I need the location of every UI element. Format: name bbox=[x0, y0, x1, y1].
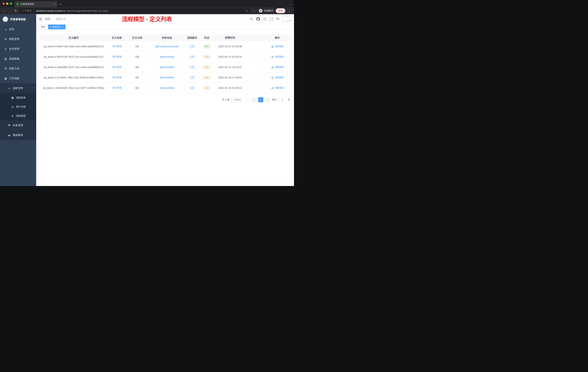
sidebar-item-process-manage[interactable]: ≡流程管理 bbox=[0, 83, 36, 93]
cell-status: 挂起 bbox=[199, 83, 215, 93]
column-header-definition-id: 定义编号 bbox=[40, 34, 108, 41]
sidebar-item-leave-query[interactable]: ☻请假查询 bbox=[0, 130, 36, 140]
assign-rule-link[interactable]: 分配规则 bbox=[271, 86, 284, 89]
definition-name-link[interactable]: OA 请假 bbox=[112, 76, 121, 79]
prev-page-button[interactable]: ‹ bbox=[251, 97, 256, 102]
tags-bar: 首页流程定义× bbox=[36, 24, 294, 30]
user-icon bbox=[271, 77, 273, 79]
version-tag: v5 bbox=[189, 44, 195, 48]
warning-icon: ⚠ bbox=[21, 10, 23, 12]
tab-search-chevron-icon[interactable] bbox=[289, 3, 291, 5]
close-icon[interactable]: × bbox=[62, 26, 64, 28]
forward-button[interactable]: → bbox=[8, 9, 12, 12]
page-content: 定义编号 定义名称 定义分类 表单信息 流程版本 状态 部署时间 操作 oa_l… bbox=[36, 30, 294, 186]
definition-name-link[interactable]: OA 请假 bbox=[112, 86, 121, 89]
form-info-link[interactable]: /bpm/oa/flow bbox=[160, 55, 174, 58]
sidebar-item-label: 工作流程 bbox=[9, 77, 30, 80]
form-icon: ▦ bbox=[11, 96, 14, 99]
github-icon[interactable] bbox=[256, 17, 260, 21]
tag-流程定义[interactable]: 流程定义× bbox=[48, 25, 65, 29]
sidebar-item-infrastructure[interactable]: ▤基础设施 bbox=[0, 54, 36, 64]
new-tab-button[interactable]: + bbox=[59, 2, 62, 6]
sidebar-item-user-group[interactable]: ◎用户分组 bbox=[0, 102, 36, 111]
sidebar-item-label: 研发工具 bbox=[9, 67, 30, 70]
tab-favicon-icon bbox=[16, 3, 19, 5]
reload-button[interactable]: ↻ bbox=[13, 9, 18, 12]
sidebar-item-home[interactable]: ◕首页 bbox=[0, 24, 36, 34]
definition-name-link[interactable]: OA 请假 bbox=[112, 55, 121, 58]
sidebar-item-label: 支付管理 bbox=[9, 47, 30, 51]
back-button[interactable]: ← bbox=[2, 9, 7, 12]
tab-title: 芋道管理系统 bbox=[20, 3, 52, 6]
page-number-button[interactable]: 1 bbox=[258, 97, 263, 102]
spacer-cell bbox=[245, 72, 264, 83]
assign-rule-link[interactable]: 分配规则 bbox=[271, 45, 284, 48]
update-button[interactable]: 更新 bbox=[276, 8, 285, 13]
cell-definition-id: oa_leave:2:3c1f0ef1-76b1-11ec-9c66-a2380… bbox=[40, 72, 108, 83]
assign-rule-link[interactable]: 分配规则 bbox=[271, 66, 284, 69]
sidebar-item-process-model[interactable]: ➤流程模型 bbox=[0, 111, 36, 120]
zoom-window-button[interactable] bbox=[10, 2, 12, 5]
cell-version: v5 bbox=[185, 41, 199, 52]
incognito-label: 无痕模式 bbox=[264, 9, 273, 12]
sidebar-item-dev-tools[interactable]: ⚒研发工具 bbox=[0, 64, 36, 74]
sidebar-menu: ◕首页⚙系统管理¥支付管理▤基础设施⚒研发工具▣工作流程≡流程管理▦流程表单◎用… bbox=[0, 24, 36, 186]
assign-rule-link[interactable]: 分配规则 bbox=[271, 55, 284, 58]
sidebar-item-workflow[interactable]: ▣工作流程 bbox=[0, 74, 36, 83]
search-icon[interactable] bbox=[250, 17, 253, 21]
font-size-icon[interactable]: TT bbox=[276, 17, 279, 21]
cell-deploy-time: 2022-01-22 21:48:38 bbox=[215, 41, 245, 52]
sidebar-item-label: 请假查询 bbox=[13, 134, 33, 137]
sidebar-item-payment[interactable]: ¥支付管理 bbox=[0, 44, 36, 54]
tag-label: 首页 bbox=[41, 25, 45, 29]
tag-首页[interactable]: 首页 bbox=[39, 25, 47, 29]
bookmark-star-icon[interactable]: ☆ bbox=[253, 9, 255, 12]
minimize-window-button[interactable] bbox=[6, 2, 8, 5]
definition-name-link[interactable]: OA 请假 bbox=[112, 66, 121, 69]
next-page-button[interactable]: › bbox=[265, 97, 270, 102]
chevron-up-icon bbox=[31, 77, 33, 79]
fullscreen-icon[interactable] bbox=[270, 17, 273, 21]
page-size-select[interactable]: 10条/页 bbox=[231, 97, 250, 102]
chevron-down-icon bbox=[246, 99, 248, 101]
cell-definition-name: OA 请假 bbox=[108, 41, 126, 52]
sidebar-item-process-form[interactable]: ▦流程表单 bbox=[0, 93, 36, 102]
column-header-deploy-time: 部署时间 bbox=[215, 34, 245, 41]
address-bar[interactable]: ⚠ 不安全 dashboard.yudao.iocoder.cn /bpm/ma… bbox=[19, 8, 251, 13]
app-logo[interactable]: 芋道管理系统 bbox=[0, 14, 36, 24]
form-info-link[interactable]: /bpm/oa/flow bbox=[160, 66, 174, 69]
form-info-link[interactable]: /bpm/oa/flow bbox=[160, 76, 174, 79]
cell-category: OA bbox=[126, 41, 148, 52]
cell-deploy-time: 2022-01-16 17:46:53 bbox=[215, 72, 245, 83]
cell-definition-name: OA 请假 bbox=[108, 83, 126, 93]
assign-rule-link[interactable]: 分配规则 bbox=[271, 76, 284, 79]
sidebar-item-task-manage[interactable]: ⚑任务管理 bbox=[0, 120, 36, 130]
cell-category: OA bbox=[126, 62, 148, 72]
spacer-cell bbox=[245, 41, 264, 52]
goto-page-input[interactable] bbox=[279, 97, 286, 102]
help-icon[interactable]: ? bbox=[263, 17, 266, 21]
hamburger-icon[interactable] bbox=[39, 18, 42, 21]
cell-actions: 分配规则 bbox=[264, 83, 291, 93]
cell-form-info: /bpm/oa/flow bbox=[148, 72, 185, 83]
breadcrumb-home[interactable]: 首页 bbox=[45, 17, 50, 20]
process-icon: ≡ bbox=[8, 87, 11, 90]
form-info-link[interactable]: /bpm/oa/flow bbox=[160, 87, 174, 89]
browser-tab[interactable]: 芋道管理系统 × bbox=[15, 1, 57, 7]
security-label: 不安全 bbox=[25, 9, 32, 12]
password-key-icon[interactable] bbox=[245, 9, 248, 12]
tag-label: 流程定义 bbox=[52, 25, 61, 29]
tab-close-icon[interactable]: × bbox=[54, 3, 55, 6]
close-window-button[interactable] bbox=[2, 2, 5, 5]
model-icon: ➤ bbox=[11, 114, 14, 118]
assign-rule-label: 分配规则 bbox=[274, 66, 284, 69]
cell-actions: 分配规则 bbox=[264, 72, 291, 83]
definition-name-link[interactable]: OA 请假 bbox=[112, 45, 121, 48]
user-avatar[interactable]: ▾ bbox=[283, 17, 291, 22]
kebab-menu-icon[interactable]: ⋮ bbox=[286, 9, 292, 12]
sidebar-item-system[interactable]: ⚙系统管理 bbox=[0, 34, 36, 44]
form-info-link[interactable]: /bpm/oa/leave/create bbox=[155, 45, 179, 48]
user-icon bbox=[271, 56, 273, 58]
cell-category: OA bbox=[126, 52, 148, 62]
breadcrumb-current: 流程定义 bbox=[56, 17, 66, 20]
